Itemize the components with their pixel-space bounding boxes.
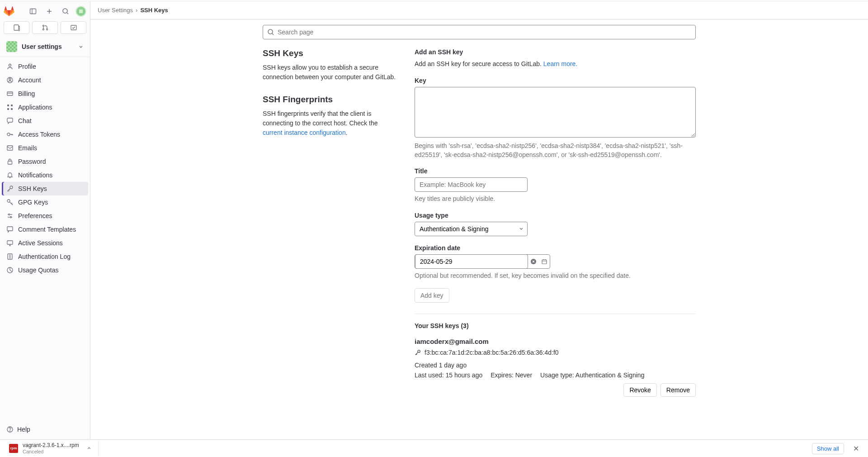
svg-rect-7 (79, 10, 83, 13)
sidebar-item-active-sessions[interactable]: Active Sessions (2, 236, 88, 250)
title-label: Title (415, 167, 696, 175)
breadcrumb: User Settings › SSH Keys (90, 1, 868, 19)
user-avatar[interactable] (75, 6, 86, 17)
sidebar-item-label: Applications (18, 104, 52, 111)
sidebar-item-comment-templates[interactable]: Comment Templates (2, 223, 88, 236)
svg-point-15 (9, 78, 11, 80)
email-icon (6, 144, 14, 152)
expiration-help-text: Optional but recommended. If set, key be… (415, 271, 696, 281)
sidebar-item-label: Password (18, 158, 46, 165)
add-key-heading: Add an SSH key (415, 48, 696, 56)
preferences-icon (6, 212, 14, 219)
key-usage: Usage type: Authentication & Signing (540, 371, 644, 379)
sidebar-item-chat[interactable]: Chat (2, 114, 88, 128)
sidebar-item-emails[interactable]: Emails (2, 141, 88, 155)
svg-line-43 (272, 33, 274, 35)
gitlab-logo[interactable] (4, 6, 14, 17)
ssh-key-entry: iamcoderx@gmail.com f3:bc:ca:7a:1d:2c:ba… (415, 338, 696, 397)
panel-toggle-icon[interactable] (27, 5, 39, 18)
sidebar-item-notifications[interactable]: Notifications (2, 168, 88, 182)
sidebar-item-label: Authentication Log (18, 253, 71, 260)
key-fingerprint: f3:bc:ca:7a:1d:2c:ba:a8:bc:5a:26:d5:6a:3… (425, 349, 559, 356)
your-keys-heading: Your SSH keys (3) (415, 322, 696, 329)
chat-icon (6, 117, 14, 124)
svg-point-30 (10, 217, 12, 218)
key-last-used: Last used: 15 hours ago (415, 371, 482, 379)
instance-config-link[interactable]: current instance configuration (263, 129, 346, 136)
sidebar-item-billing[interactable]: Billing (2, 87, 88, 100)
sidebar-item-label: Preferences (18, 212, 52, 219)
svg-rect-32 (7, 241, 13, 244)
key-icon (415, 349, 421, 356)
sidebar-item-label: Emails (18, 144, 37, 152)
svg-rect-21 (11, 108, 13, 110)
svg-point-13 (9, 64, 11, 67)
sidebar-item-usage-quotas[interactable]: Usage Quotas (2, 263, 88, 277)
sidebar-item-password[interactable]: Password (2, 155, 88, 168)
svg-rect-24 (8, 161, 12, 164)
add-key-button[interactable]: Add key (415, 288, 449, 303)
search-icon (267, 29, 274, 36)
sidebar: User settings Profile Account Billing Ap… (0, 1, 90, 439)
plus-icon[interactable] (43, 5, 56, 18)
account-icon (6, 76, 14, 84)
revoke-button[interactable]: Revoke (623, 383, 656, 397)
svg-point-25 (10, 186, 13, 189)
sidebar-item-ssh-keys[interactable]: SSH Keys (2, 182, 88, 195)
svg-rect-16 (7, 92, 13, 95)
svg-point-11 (46, 29, 47, 30)
svg-point-22 (7, 133, 10, 136)
sidebar-item-account[interactable]: Account (2, 73, 88, 87)
expiration-input[interactable] (415, 254, 528, 269)
sidebar-item-label: Account (18, 76, 41, 84)
title-input[interactable] (415, 177, 528, 192)
bell-icon (6, 171, 14, 179)
context-title: User settings (22, 43, 74, 50)
sidebar-item-access-tokens[interactable]: Access Tokens (2, 128, 88, 141)
sidebar-item-label: Billing (18, 90, 35, 97)
help-link[interactable]: Help (5, 423, 85, 436)
merge-requests-shortcut[interactable] (32, 21, 58, 34)
sidebar-item-gpg-keys[interactable]: GPG Keys (2, 195, 88, 209)
svg-line-5 (67, 13, 68, 14)
monitor-icon (6, 239, 14, 247)
calendar-icon[interactable] (539, 255, 550, 268)
log-icon (6, 253, 14, 260)
svg-point-9 (42, 25, 44, 27)
gpg-icon (6, 199, 14, 206)
context-user-settings[interactable]: User settings (2, 38, 88, 56)
remove-button[interactable]: Remove (660, 383, 696, 397)
search-icon[interactable] (59, 5, 72, 18)
issues-shortcut[interactable] (4, 21, 29, 34)
sidebar-item-label: GPG Keys (18, 199, 48, 206)
sidebar-item-label: Notifications (18, 171, 52, 179)
fingerprints-desc: SSH fingerprints verify that the client … (263, 109, 398, 138)
breadcrumb-parent[interactable]: User Settings (98, 7, 133, 14)
ssh-keys-desc: SSH keys allow you to establish a secure… (263, 63, 398, 82)
sidebar-item-label: Usage Quotas (18, 267, 59, 274)
sidebar-item-preferences[interactable]: Preferences (2, 209, 88, 223)
key-label: Key (415, 77, 696, 84)
clear-date-icon[interactable] (528, 255, 539, 268)
expiration-label: Expiration date (415, 244, 696, 252)
sidebar-item-applications[interactable]: Applications (2, 100, 88, 114)
breadcrumb-current: SSH Keys (140, 7, 168, 14)
usage-type-select[interactable]: Authentication & Signing (415, 222, 528, 236)
key-entry-title[interactable]: iamcoderx@gmail.com (415, 338, 696, 345)
add-key-intro: Add an SSH key for secure access to GitL… (415, 59, 696, 69)
profile-icon (6, 63, 14, 70)
sidebar-item-profile[interactable]: Profile (2, 60, 88, 73)
ssh-keys-heading: SSH Keys (263, 48, 398, 58)
search-input[interactable] (263, 25, 696, 39)
sidebar-item-label: Active Sessions (18, 239, 63, 247)
billing-icon (6, 90, 14, 97)
token-icon (6, 131, 14, 138)
sidebar-item-label: Chat (18, 117, 32, 124)
svg-point-42 (268, 29, 273, 34)
key-textarea[interactable] (415, 87, 696, 138)
todos-shortcut[interactable] (61, 21, 86, 34)
svg-point-41 (10, 431, 10, 431)
sidebar-item-auth-log[interactable]: Authentication Log (2, 250, 88, 263)
learn-more-link[interactable]: Learn more. (543, 60, 577, 67)
key-created: Created 1 day ago (415, 362, 696, 369)
